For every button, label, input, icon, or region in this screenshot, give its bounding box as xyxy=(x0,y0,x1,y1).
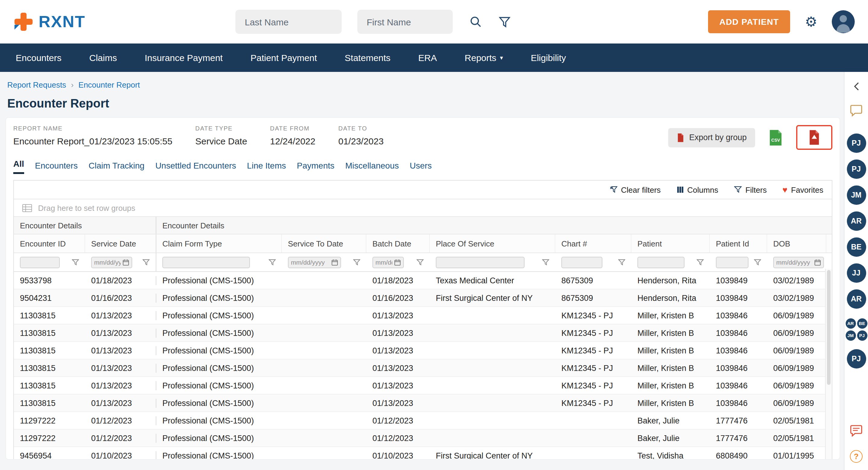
column-header-encounter-id[interactable]: Encounter ID xyxy=(14,234,85,253)
settings-gear-icon[interactable]: ⚙ xyxy=(805,15,817,29)
nav-item-claims[interactable]: Claims xyxy=(89,53,117,63)
add-patient-button[interactable]: ADD PATIENT xyxy=(708,10,790,33)
last-name-input[interactable] xyxy=(235,10,341,34)
cell-encounter-id: 11303815 xyxy=(14,381,85,390)
column-header-batch-date[interactable]: Batch Date xyxy=(366,234,430,253)
tab-payments[interactable]: Payments xyxy=(297,161,335,174)
nav-item-statements[interactable]: Statements xyxy=(345,53,391,63)
filter-icon[interactable] xyxy=(498,16,510,28)
table-row[interactable]: 11303815 01/13/2023 Professional (CMS-15… xyxy=(14,342,832,359)
table-row[interactable]: 11303815 01/13/2023 Professional (CMS-15… xyxy=(14,377,832,394)
cell-patient: Miller, Kristen B xyxy=(631,328,710,337)
rail-avatar[interactable]: BE xyxy=(846,237,866,257)
column-header-service-date[interactable]: Service Date xyxy=(85,234,156,253)
feedback-chat-icon[interactable] xyxy=(850,425,863,437)
export-pdf-button[interactable] xyxy=(808,129,821,146)
mini-avatar[interactable]: AR xyxy=(845,318,856,329)
patient-filter-input[interactable] xyxy=(638,257,684,268)
column-header-chart[interactable]: Chart # xyxy=(555,234,631,253)
table-row[interactable]: 11297222 01/12/2023 Professional (CMS-15… xyxy=(14,412,832,430)
nav-item-eligibility[interactable]: Eligibility xyxy=(531,53,566,63)
table-row[interactable]: 11303815 01/13/2023 Professional (CMS-15… xyxy=(14,324,832,342)
column-header-patient-id[interactable]: Patient Id xyxy=(710,234,767,253)
filter-menu-icon[interactable] xyxy=(754,259,761,265)
rail-avatar[interactable]: PJ xyxy=(846,134,866,153)
table-row[interactable]: 9533798 01/18/2023 Professional (CMS-150… xyxy=(14,272,832,289)
nav-item-encounters[interactable]: Encounters xyxy=(16,53,62,63)
cell-chart: 8675309 xyxy=(555,293,631,302)
tab-all[interactable]: All xyxy=(13,159,24,174)
table-scrollbar[interactable] xyxy=(825,269,832,459)
group-header-encounter-details-2: Encounter Details xyxy=(156,217,826,234)
collapse-panel-icon[interactable] xyxy=(854,82,859,91)
table-row[interactable]: 11303815 01/13/2023 Professional (CMS-15… xyxy=(14,359,832,377)
cell-place-of-service: First Surgical Center of NY xyxy=(430,293,555,302)
claim-form-type-filter-input[interactable] xyxy=(162,257,250,268)
breadcrumb-report-requests[interactable]: Report Requests xyxy=(7,80,66,89)
mini-avatar[interactable]: JM xyxy=(845,330,856,341)
filter-menu-icon[interactable] xyxy=(353,259,360,265)
chart-filter-input[interactable] xyxy=(561,257,602,268)
mini-avatar[interactable]: PJ xyxy=(857,330,867,341)
tab-claim-tracking[interactable]: Claim Tracking xyxy=(88,161,144,174)
place-of-service-filter-input[interactable] xyxy=(436,257,525,268)
filter-menu-icon[interactable] xyxy=(416,259,424,265)
rail-avatar[interactable]: AR xyxy=(846,289,866,309)
rail-avatar[interactable]: PJ xyxy=(846,349,866,369)
cell-encounter-id: 11297222 xyxy=(14,416,85,425)
favorites-button[interactable]: ♥ Favorites xyxy=(782,185,823,194)
table-row[interactable]: 9504231 01/16/2023 Professional (CMS-150… xyxy=(14,289,832,307)
batch-date-filter-input[interactable]: mm/dd/yyyy xyxy=(372,257,404,268)
column-header-place-of-service[interactable]: Place Of Service xyxy=(430,234,555,253)
table-row[interactable]: 11303815 01/13/2023 Professional (CMS-15… xyxy=(14,394,832,412)
cell-claim-form-type: Professional (CMS-1500) xyxy=(156,416,282,425)
nav-item-patient-payment[interactable]: Patient Payment xyxy=(250,53,317,63)
encounter-id-filter-input[interactable] xyxy=(20,257,60,268)
export-by-group-button[interactable]: Export by group xyxy=(668,128,755,147)
dob-filter-input[interactable]: mm/dd/yyyy xyxy=(773,257,824,268)
tab-encounters[interactable]: Encounters xyxy=(35,161,78,174)
clear-filters-button[interactable]: Clear filters xyxy=(610,185,661,194)
column-header-claim-form-type[interactable]: Claim Form Type xyxy=(156,234,282,253)
table-row[interactable]: 9456954 01/10/2023 Professional (CMS-150… xyxy=(14,447,832,459)
date-to-label: DATE TO xyxy=(338,125,383,132)
user-avatar[interactable] xyxy=(832,10,855,33)
export-csv-button[interactable]: CSV xyxy=(768,129,783,146)
nav-item-reports[interactable]: Reports▾ xyxy=(465,53,503,63)
rail-avatar[interactable]: AR xyxy=(846,211,866,231)
tab-users[interactable]: Users xyxy=(409,161,432,174)
table-row[interactable]: 11297222 01/12/2023 Professional (CMS-15… xyxy=(14,430,832,447)
row-group-drop-zone[interactable]: Drag here to set row groups xyxy=(14,199,832,217)
help-icon[interactable]: ? xyxy=(850,450,863,463)
filter-menu-icon[interactable] xyxy=(269,259,276,265)
nav-item-era[interactable]: ERA xyxy=(418,53,437,63)
rxnt-logo[interactable]: RXNT xyxy=(13,11,85,32)
patient-id-filter-input[interactable] xyxy=(716,257,748,268)
service-to-date-filter-input[interactable]: mm/dd/yyyy xyxy=(288,257,341,268)
rail-avatar[interactable]: PJ xyxy=(846,159,866,179)
search-icon[interactable] xyxy=(469,16,482,28)
column-header-dob[interactable]: DOB xyxy=(767,234,826,253)
columns-button[interactable]: Columns xyxy=(676,185,718,194)
first-name-input[interactable] xyxy=(357,10,453,34)
filter-menu-icon[interactable] xyxy=(696,259,704,265)
scrollbar-thumb[interactable] xyxy=(827,270,831,385)
rail-avatar[interactable]: JM xyxy=(846,185,866,205)
rail-avatar[interactable]: JJ xyxy=(846,263,866,283)
filter-menu-icon[interactable] xyxy=(143,259,150,265)
filter-menu-icon[interactable] xyxy=(72,259,79,265)
column-header-patient[interactable]: Patient xyxy=(631,234,710,253)
filter-menu-icon[interactable] xyxy=(618,259,625,265)
service-date-filter-input[interactable]: mm/dd/yyyy xyxy=(91,257,132,268)
comments-icon[interactable] xyxy=(850,105,863,119)
nav-item-insurance-payment[interactable]: Insurance Payment xyxy=(145,53,223,63)
filter-menu-icon[interactable] xyxy=(542,259,549,265)
tab-unsettled-encounters[interactable]: Unsettled Encounters xyxy=(155,161,236,174)
filters-button[interactable]: Filters xyxy=(734,185,767,194)
table-row[interactable]: 11303815 01/13/2023 Professional (CMS-15… xyxy=(14,307,832,324)
tab-miscellaneous[interactable]: Miscellaneous xyxy=(345,161,399,174)
column-header-service-to-date[interactable]: Service To Date xyxy=(282,234,366,253)
mini-avatar[interactable]: BE xyxy=(857,318,867,329)
tab-line-items[interactable]: Line Items xyxy=(247,161,286,174)
breadcrumb-encounter-report[interactable]: Encounter Report xyxy=(79,80,140,89)
